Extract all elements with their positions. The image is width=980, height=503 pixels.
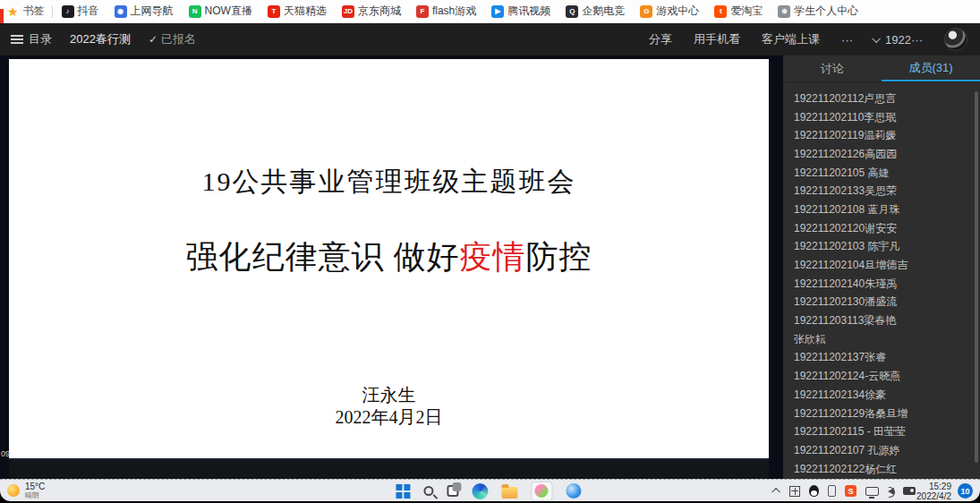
video-stage: 19公共事业管理班级主题班会 强化纪律意识 做好疫情防控 汪永生 2022年4月… <box>0 55 783 479</box>
phone-icon <box>828 485 836 497</box>
bookmark-item[interactable]: T 天猫精选 <box>268 4 327 19</box>
slide-canvas: 19公共事业管理班级主题班会 强化纪律意识 做好疫情防控 汪永生 2022年4月… <box>9 59 769 458</box>
member-list-item[interactable]: 192211202134徐豪 <box>783 386 973 405</box>
bookmark-item[interactable]: N NOW直播 <box>189 4 252 19</box>
edge-browser-button[interactable] <box>472 483 488 499</box>
tab-discussion[interactable]: 讨论 <box>783 55 882 81</box>
bookmark-label: 学生个人中心 <box>794 4 858 19</box>
watch-on-mobile-button[interactable]: 用手机看 <box>694 31 740 47</box>
user-avatar[interactable] <box>944 28 967 51</box>
member-list-item[interactable]: 192211202107 孔源婷 <box>783 441 973 460</box>
camera-tray-button[interactable] <box>903 487 916 495</box>
speaker-icon <box>888 488 894 495</box>
bookmark-label: 游戏中心 <box>656 4 699 19</box>
member-list-item[interactable]: 192211202126高园园 <box>783 145 973 164</box>
notification-badge[interactable]: 10 <box>958 483 973 499</box>
search-button[interactable] <box>423 486 433 496</box>
subtitle-highlight: 疫情 <box>460 239 526 275</box>
edge-icon <box>472 483 488 499</box>
share-button[interactable]: 分享 <box>649 31 672 47</box>
web-nav-icon: ◉ <box>115 5 127 18</box>
bookmark-item[interactable]: G 游戏中心 <box>640 4 699 19</box>
taskbar-clock[interactable]: 15:29 2022/4/2 <box>916 482 951 501</box>
ime-tray-button[interactable] <box>789 486 800 497</box>
member-list-item[interactable]: 192211202112卢思言 <box>783 90 973 108</box>
bookmark-item[interactable]: JD 京东商城 <box>342 4 401 19</box>
game-center-icon: G <box>640 5 652 18</box>
aitaobao-icon: t <box>714 5 727 18</box>
file-explorer-button[interactable] <box>501 484 517 499</box>
screen-background: ★ 书签 ♪ 抖音 ◉ 上网导航 N NOW直播 <box>0 0 980 503</box>
member-list-item[interactable]: 192211202110李思珉 <box>783 108 973 127</box>
jd-icon: JD <box>342 5 354 18</box>
sun-icon <box>7 484 20 497</box>
tray-expand-button[interactable] <box>774 488 780 494</box>
member-list-item[interactable]: 192211202129洛桑旦增 <box>783 405 973 423</box>
bookmark-item[interactable]: ♪ 抖音 <box>62 4 99 19</box>
folder-icon <box>501 487 517 499</box>
weather-temp: 15°C <box>25 482 45 491</box>
member-list-item[interactable]: 192211202105 高婕 <box>783 164 973 183</box>
browser-app-button[interactable] <box>566 483 581 499</box>
member-list-item[interactable]: 192211202103 陈宇凡 <box>783 238 973 257</box>
catalog-menu-button[interactable]: 目录 <box>11 31 52 47</box>
member-list-item[interactable]: 192211202124-云晓燕 <box>783 367 973 386</box>
member-list: 192211202112卢思言 192211202110李思珉 19221120… <box>783 90 973 478</box>
star-icon: ★ <box>7 4 19 19</box>
member-list-item[interactable]: 192211202115 - 田莹莹 <box>783 422 973 441</box>
bookmark-item[interactable]: Q 企鹅电竞 <box>566 4 625 19</box>
member-list-item[interactable]: 192211202133吴思荣 <box>783 182 973 200</box>
open-in-client-button[interactable]: 客户端上课 <box>762 31 820 47</box>
course-title[interactable]: 2022春行测 <box>70 31 131 47</box>
bookmark-item[interactable]: t 爱淘宝 <box>714 4 763 19</box>
catalog-label: 目录 <box>29 31 52 47</box>
monitor-icon <box>865 487 879 496</box>
scrollbar-thumb[interactable] <box>975 91 978 463</box>
bookmark-label: 京东商城 <box>358 4 401 19</box>
member-list-item[interactable]: 192211202122杨仁红 <box>783 460 973 479</box>
volume-tray-button[interactable] <box>888 488 894 495</box>
tencent-video-icon: ▶ <box>491 5 504 18</box>
member-list-item[interactable]: 192211202119温莉媛 <box>783 126 973 145</box>
clock-date: 2022/4/2 <box>916 491 951 501</box>
qq-tray-button[interactable] <box>809 485 819 497</box>
weather-widget[interactable]: 15°C 晴朗 <box>7 482 45 499</box>
bookmark-item[interactable]: ▶ 腾讯视频 <box>491 4 550 19</box>
windows-taskbar: 15°C 晴朗 S 15:29 2022/4/2 10 <box>0 479 980 501</box>
member-list-item[interactable]: 192211203113梁春艳 <box>783 311 973 330</box>
bookmark-item[interactable]: F flash游戏 <box>416 4 476 19</box>
bookmark-label: NOW直播 <box>205 4 252 19</box>
tab-members[interactable]: 成员(31) <box>882 55 980 81</box>
member-list-item[interactable]: 192211202137张睿 <box>783 349 973 368</box>
member-list-item[interactable]: 192211202104旦增德吉 <box>783 256 973 275</box>
bookmark-label: flash游戏 <box>432 4 476 19</box>
bookmark-item[interactable]: ⊕ 学生个人中心 <box>778 4 858 19</box>
qq-penguin-icon <box>809 485 819 497</box>
bookmark-item[interactable]: ◉ 上网导航 <box>115 4 174 19</box>
member-list-item[interactable]: 192211202130潘盛流 <box>783 294 973 312</box>
bookmark-label: 抖音 <box>78 4 99 19</box>
bookmark-label: 上网导航 <box>131 4 174 19</box>
slide-subtitle: 强化纪律意识 做好疫情防控 <box>9 235 769 279</box>
member-list-item[interactable]: 192211202108 蓝月珠 <box>783 200 973 219</box>
display-tray-button[interactable] <box>865 487 879 496</box>
sogou-input-icon[interactable]: S <box>845 485 856 497</box>
member-list-item[interactable]: 192211202120谢安安 <box>783 219 973 238</box>
account-label: 1922··· <box>885 33 923 47</box>
member-list-item[interactable]: 192211202140朱瑾禹 <box>783 275 973 294</box>
slide-date: 2022年4月2日 <box>9 405 769 430</box>
student-center-icon: ⊕ <box>778 5 790 18</box>
chevron-down-icon <box>872 34 881 43</box>
account-dropdown[interactable]: 1922··· <box>874 33 923 47</box>
active-classroom-app-button[interactable] <box>531 482 552 501</box>
more-options-button[interactable]: ··· <box>841 33 853 47</box>
windows-logo-icon <box>396 484 410 499</box>
penguin-esports-icon: Q <box>566 5 578 18</box>
device-tray-button[interactable] <box>828 485 836 497</box>
start-button[interactable] <box>396 484 410 499</box>
bookmarks-bar: ★ 书签 ♪ 抖音 ◉ 上网导航 N NOW直播 <box>0 0 980 23</box>
bookmark-label: 天猫精选 <box>284 4 327 19</box>
bookmarks-label[interactable]: 书签 <box>23 4 45 19</box>
task-view-button[interactable] <box>447 485 458 497</box>
member-list-item[interactable]: 张欣耘 <box>783 330 973 349</box>
